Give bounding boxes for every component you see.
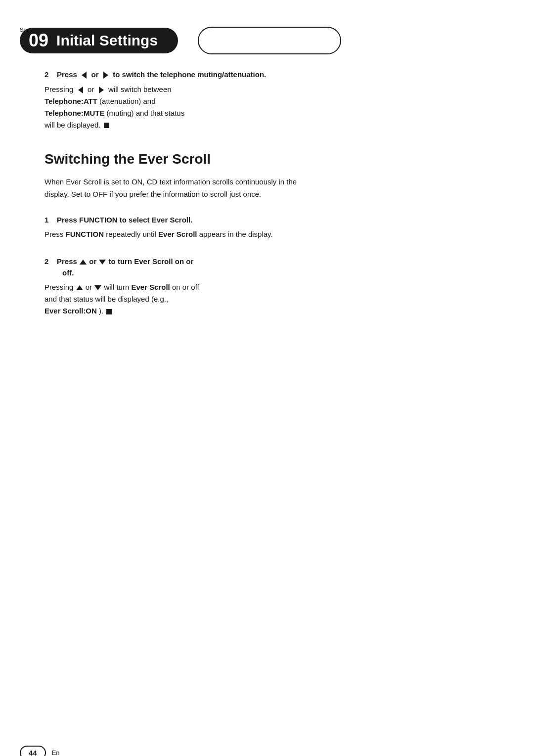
step1-function-heading: 1 Press FUNCTION to select Ever Scroll. (44, 215, 490, 226)
step2-ever-scroll-block: 2 Press or to turn Ever Scroll on or off… (44, 256, 490, 317)
step2-num: 2 (44, 70, 55, 79)
step1-body-press: Press (44, 230, 66, 238)
step2-heading-suffix: to switch the telephone muting/attenuati… (113, 70, 266, 79)
step2-telephone-body: Pressing or will switch between Telephon… (44, 84, 490, 131)
step1-function-body: Press FUNCTION repeatedly until Ever Scr… (44, 228, 490, 240)
small-square-icon (104, 123, 109, 128)
header-area: 09 Initial Settings (0, 18, 534, 54)
step2-body-or: or (88, 85, 94, 93)
header-right-box (198, 27, 341, 54)
footer-language: En (52, 749, 60, 756)
arrow-up-2-icon (76, 285, 83, 290)
telephone-att-suffix: (attenuation) and (99, 97, 155, 105)
telephone-mute-label: Telephone:MUTE (44, 109, 104, 117)
step1-function-bold: FUNCTION (66, 230, 104, 238)
step1-function-label: FUNCTION (79, 216, 118, 224)
step2-es-body-ever-scroll: Ever Scroll (131, 283, 170, 291)
ever-scroll-intro: When Ever Scroll is set to ON, CD text i… (44, 176, 302, 201)
telephone-mute-suffix: (muting) and that status (107, 109, 185, 117)
section-title: Initial Settings (56, 33, 158, 48)
step2-es-body-will-turn: will turn (104, 283, 131, 291)
step2-body-pressing: Pressing (44, 85, 73, 93)
step1-body-appears: appears in the display. (199, 230, 273, 238)
arrow-up-icon (80, 260, 87, 265)
arrow-down-icon (99, 260, 106, 265)
page-container: Section 09 Initial Settings 2 Press or t… (0, 18, 534, 756)
step2-telephone-heading: 2 Press or to switch the telephone mutin… (44, 69, 490, 81)
will-be-displayed: will be displayed. (44, 121, 100, 129)
content-area: 2 Press or to switch the telephone mutin… (0, 54, 534, 353)
step2-press-label: Press (57, 70, 77, 79)
step2-ever-scroll-body: Pressing or will turn Ever Scroll on or … (44, 281, 490, 317)
step1-function-block: 1 Press FUNCTION to select Ever Scroll. … (44, 215, 490, 241)
step2-telephone-block: 2 Press or to switch the telephone mutin… (44, 69, 490, 131)
step2-es-body-on-off: on or off (172, 283, 199, 291)
step2-es-num: 2 (44, 257, 55, 266)
step2-es-body-and: and that status will be displayed (e.g., (44, 295, 168, 303)
arrow-right-icon (103, 72, 108, 79)
section-badge: 09 Initial Settings (20, 28, 178, 53)
footer: 44 En (0, 746, 534, 756)
switching-ever-scroll-heading: Switching the Ever Scroll (44, 151, 490, 168)
step2-es-body-pressing: Pressing (44, 283, 76, 291)
page-number-badge: 44 (20, 746, 46, 756)
step2-ever-scroll-heading: 2 Press or to turn Ever Scroll on or off… (44, 256, 490, 278)
ever-scroll-on-label: Ever Scroll:ON (44, 307, 97, 315)
step2-es-body-or: or (86, 283, 94, 291)
arrow-right-2-icon (99, 87, 104, 93)
step2-es-off: off. (44, 268, 74, 277)
arrow-left-icon (82, 72, 87, 79)
telephone-att-label: Telephone:ATT (44, 97, 97, 105)
section-number: 09 (29, 32, 48, 49)
step1-num: 1 (44, 216, 55, 224)
step2-or-label: or (91, 70, 99, 79)
step2-es-or: or (89, 257, 98, 266)
step2-es-press: Press (57, 257, 79, 266)
step2-body-will-switch: will switch between (108, 85, 172, 93)
step1-heading-suffix: to select Ever Scroll. (120, 216, 193, 224)
arrow-left-2-icon (78, 87, 83, 93)
arrow-down-2-icon (94, 285, 101, 290)
step1-body-repeatedly: repeatedly until (106, 230, 158, 238)
step1-press-label: Press (57, 216, 79, 224)
step2-es-heading-suffix: to turn Ever Scroll on or (109, 257, 194, 266)
step1-ever-scroll-bold: Ever Scroll (158, 230, 197, 238)
small-square-2-icon (106, 309, 112, 314)
step2-es-body-end: ). (99, 307, 103, 315)
